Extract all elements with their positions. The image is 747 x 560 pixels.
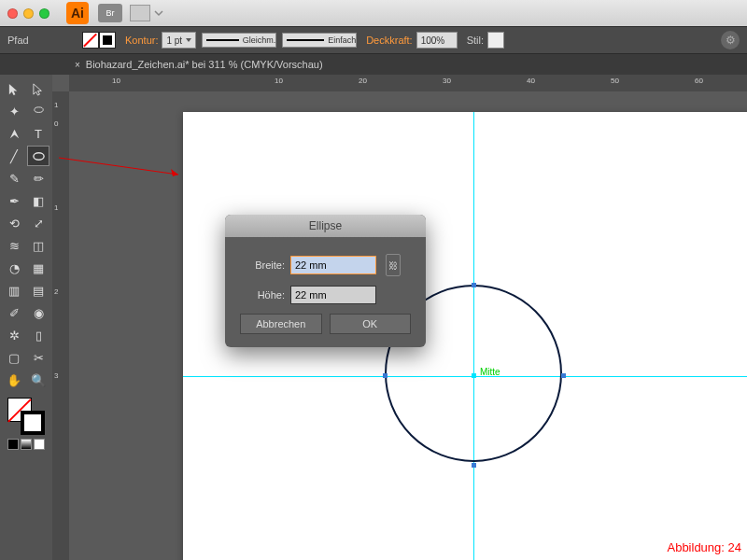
magic-wand-tool[interactable]: ✦ xyxy=(3,101,25,121)
color-mode-buttons xyxy=(7,439,45,450)
ok-button[interactable]: OK xyxy=(330,314,412,334)
window-controls xyxy=(7,8,49,19)
width-label: Breite: xyxy=(240,259,285,271)
zoom-tool[interactable]: 🔍 xyxy=(27,370,49,390)
height-input[interactable]: 22 mm xyxy=(290,286,376,304)
bridge-button[interactable]: Br xyxy=(98,4,122,22)
blend-tool[interactable]: ◉ xyxy=(27,302,49,323)
zoom-window-icon[interactable] xyxy=(39,8,49,19)
ruler-vertical[interactable]: 1 0 1 2 3 xyxy=(52,91,69,560)
color-mode-solid[interactable] xyxy=(7,439,19,450)
pen-tool[interactable] xyxy=(3,123,25,144)
ellipse-dialog: Ellipse Breite: 22 mm ⛓ Höhe: 22 mm Abbr… xyxy=(225,215,426,347)
blob-brush-tool[interactable]: ✒ xyxy=(3,190,25,211)
width-input[interactable]: 22 mm xyxy=(290,256,376,274)
svg-point-1 xyxy=(33,152,43,160)
stroke-indicator[interactable] xyxy=(21,411,45,435)
pencil-tool[interactable]: ✏ xyxy=(27,168,49,189)
svg-marker-3 xyxy=(171,169,178,176)
canvas-area[interactable]: 10 10 20 30 40 50 60 1 0 1 2 3 Mitte Abb… xyxy=(52,75,747,560)
type-tool[interactable]: T xyxy=(27,123,49,144)
chevron-down-icon[interactable] xyxy=(154,8,163,18)
perspective-grid-tool[interactable]: ▦ xyxy=(27,258,49,278)
anchor-bottom[interactable] xyxy=(472,463,476,468)
stroke-weight-dropdown[interactable]: 1 pt xyxy=(162,32,196,49)
workspace-layout-button[interactable] xyxy=(130,5,150,21)
control-bar: Pfad Kontur: 1 pt Gleichm. Einfach Deckk… xyxy=(0,26,747,54)
macos-titlebar: Ai Br xyxy=(0,0,747,26)
document-tab-bar: × Biohazard_Zeichen.ai* bei 311 % (CMYK/… xyxy=(0,54,747,75)
figure-caption: Abbildung: 24 xyxy=(667,540,741,554)
hand-tool[interactable]: ✋ xyxy=(3,370,25,390)
lasso-tool[interactable] xyxy=(27,101,49,121)
mesh-tool[interactable]: ▥ xyxy=(3,280,25,301)
symbol-sprayer-tool[interactable]: ✲ xyxy=(3,325,25,345)
paintbrush-tool[interactable]: ✎ xyxy=(3,168,25,189)
line-tool[interactable]: ╱ xyxy=(3,146,25,166)
app-icon: Ai xyxy=(66,2,89,24)
direct-selection-tool[interactable] xyxy=(27,78,49,99)
anchor-left[interactable] xyxy=(383,373,388,378)
kontur-label[interactable]: Kontur: xyxy=(125,35,158,46)
constrain-proportions-icon[interactable]: ⛓ xyxy=(386,254,401,276)
eraser-tool[interactable]: ◧ xyxy=(27,190,49,211)
object-type-label: Pfad xyxy=(7,35,63,46)
fill-swatch[interactable] xyxy=(82,32,99,49)
svg-point-0 xyxy=(34,106,42,112)
gradient-tool[interactable]: ▤ xyxy=(27,280,49,301)
ellipse-tool[interactable] xyxy=(27,146,49,166)
minimize-window-icon[interactable] xyxy=(23,8,34,19)
deckkraft-label[interactable]: Deckkraft: xyxy=(366,35,413,46)
panel-menu-icon[interactable]: ⚙ xyxy=(721,31,740,49)
center-point[interactable] xyxy=(472,373,476,378)
selection-tool[interactable] xyxy=(3,78,25,99)
style-swatch[interactable] xyxy=(487,32,504,49)
stroke-profile-2[interactable]: Einfach xyxy=(282,33,357,48)
shape-builder-tool[interactable]: ◔ xyxy=(3,258,25,278)
opacity-field[interactable]: 100% xyxy=(416,32,458,49)
annotation-arrow-1 xyxy=(57,154,188,182)
fill-stroke-indicator[interactable] xyxy=(7,398,45,435)
tools-panel: ✦ T ╱ ✎ ✏ ✒ ◧ ⟲ ⤢ ≋ ◫ ◔ ▦ ▥ ▤ ✐ ◉ ✲ ▯ ▢ … xyxy=(0,75,52,560)
anchor-top[interactable] xyxy=(472,283,476,287)
close-window-icon[interactable] xyxy=(7,8,18,19)
close-tab-icon[interactable]: × xyxy=(75,60,80,70)
scale-tool[interactable]: ⤢ xyxy=(27,213,49,233)
stil-label: Stil: xyxy=(467,35,484,46)
color-mode-gradient[interactable] xyxy=(21,439,32,450)
eyedropper-tool[interactable]: ✐ xyxy=(3,302,25,323)
slice-tool[interactable]: ✂ xyxy=(27,347,49,368)
document-tab-title[interactable]: Biohazard_Zeichen.ai* bei 311 % (CMYK/Vo… xyxy=(86,59,323,70)
svg-line-2 xyxy=(59,158,178,175)
rotate-tool[interactable]: ⟲ xyxy=(3,213,25,233)
smart-guide-label: Mitte xyxy=(480,367,500,377)
width-tool[interactable]: ≋ xyxy=(3,235,25,256)
free-transform-tool[interactable]: ◫ xyxy=(27,235,49,256)
stroke-profile-1[interactable]: Gleichm. xyxy=(202,33,276,48)
stroke-swatch[interactable] xyxy=(99,32,116,49)
dialog-title: Ellipse xyxy=(225,215,426,237)
anchor-right[interactable] xyxy=(561,373,566,378)
artboard-tool[interactable]: ▢ xyxy=(3,347,25,368)
cancel-button[interactable]: Abbrechen xyxy=(240,314,322,334)
ruler-horizontal[interactable]: 10 10 20 30 40 50 60 xyxy=(69,75,747,91)
color-mode-none[interactable] xyxy=(34,439,45,450)
height-label: Höhe: xyxy=(240,289,285,301)
column-graph-tool[interactable]: ▯ xyxy=(27,325,49,345)
